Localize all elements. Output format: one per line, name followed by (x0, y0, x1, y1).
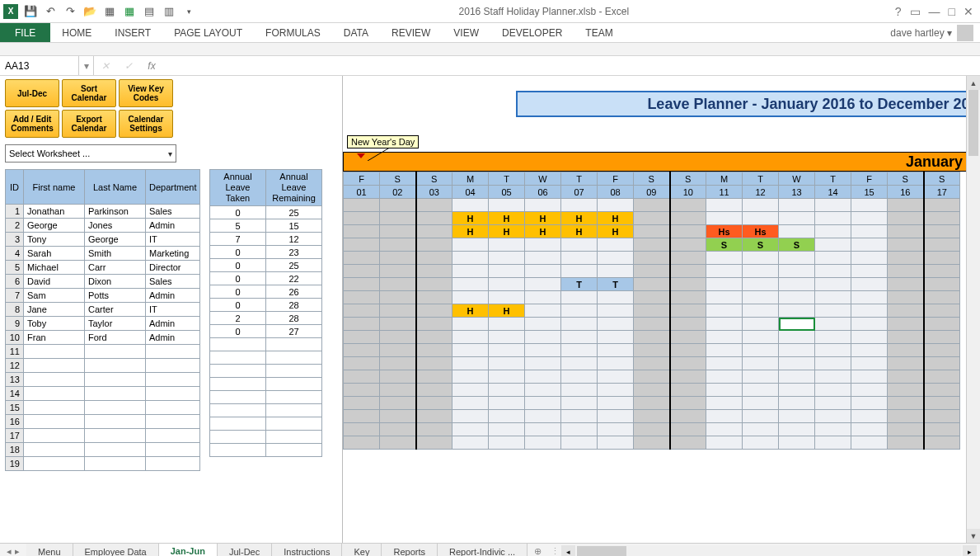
dow-header[interactable]: F (598, 172, 634, 186)
calendar-cell[interactable] (452, 410, 489, 423)
calendar-cell[interactable] (380, 370, 416, 384)
leave-row[interactable]: 228 (210, 312, 322, 325)
calendar-cell[interactable] (416, 331, 452, 344)
calendar-cell[interactable] (489, 318, 525, 331)
calendar-cell[interactable] (525, 410, 561, 423)
empty-leave-row[interactable] (210, 365, 322, 378)
calendar-cell[interactable] (779, 370, 815, 384)
calendar-cell[interactable] (706, 318, 743, 331)
calendar-cell[interactable] (344, 423, 380, 436)
calendar-cell[interactable] (452, 278, 489, 291)
calendar-cell[interactable] (598, 384, 634, 397)
macro-btn-add-edit-comments[interactable]: Add / Edit Comments (5, 110, 59, 138)
enter-formula-icon[interactable]: ✓ (117, 56, 140, 75)
calendar-cell[interactable] (851, 291, 888, 304)
calendar-cell[interactable] (380, 238, 416, 252)
calendar-cell[interactable] (344, 238, 380, 252)
calendar-cell[interactable] (598, 199, 634, 212)
calendar-cell[interactable] (706, 370, 743, 384)
empty-row[interactable]: 18 (6, 443, 200, 457)
calendar-cell[interactable] (815, 278, 851, 291)
qat-icon-7[interactable]: ▤ (142, 4, 157, 19)
calendar-row[interactable] (344, 357, 960, 370)
calendar-cell[interactable]: Hs (706, 225, 743, 238)
sheet-nav-prev-icon[interactable]: ▸ (15, 546, 20, 556)
calendar-cell[interactable] (924, 212, 960, 225)
calendar-cell[interactable] (706, 423, 743, 436)
calendar-cell[interactable] (779, 318, 815, 331)
calendar-cell[interactable] (489, 384, 525, 397)
calendar-row[interactable]: HHHHHHsHs (344, 225, 960, 238)
calendar-cell[interactable] (416, 384, 452, 397)
calendar-cell[interactable] (416, 238, 452, 252)
calendar-cell[interactable] (743, 410, 779, 423)
calendar-cell[interactable] (634, 370, 670, 384)
date-header[interactable]: 04 (452, 186, 489, 199)
calendar-cell[interactable] (344, 278, 380, 291)
employee-row[interactable]: 8JaneCarterIT (6, 303, 200, 317)
calendar-cell[interactable] (670, 318, 706, 331)
calendar-cell[interactable]: H (598, 212, 634, 225)
empty-leave-row[interactable] (210, 444, 322, 457)
dow-header[interactable]: T (489, 172, 525, 186)
scroll-up-icon[interactable]: ▲ (967, 76, 980, 90)
calendar-cell[interactable] (706, 344, 743, 357)
qat-icon-5[interactable]: ▦ (102, 4, 117, 19)
date-header[interactable]: 08 (598, 186, 634, 199)
calendar-cell[interactable] (924, 344, 960, 357)
calendar-cell[interactable] (670, 423, 706, 436)
calendar-cell[interactable] (344, 331, 380, 344)
calendar-cell[interactable] (416, 397, 452, 410)
calendar-cell[interactable] (851, 370, 888, 384)
calendar-cell[interactable] (525, 318, 561, 331)
calendar-cell[interactable] (706, 199, 743, 212)
calendar-cell[interactable] (924, 423, 960, 436)
calendar-cell[interactable] (452, 252, 489, 265)
date-header[interactable]: 16 (888, 186, 924, 199)
qat-icon-8[interactable]: ▥ (162, 4, 176, 19)
calendar-cell[interactable] (815, 225, 851, 238)
calendar-cell[interactable] (851, 410, 888, 423)
col-leave-taken[interactable]: Annual Leave Taken (210, 170, 266, 206)
calendar-cell[interactable] (706, 384, 743, 397)
col-leave-remaining[interactable]: Annual Leave Remaining (266, 170, 322, 206)
calendar-cell[interactable] (779, 199, 815, 212)
calendar-cell[interactable] (561, 199, 598, 212)
calendar-cell[interactable] (489, 199, 525, 212)
calendar-cell[interactable] (380, 252, 416, 265)
calendar-cell[interactable] (851, 331, 888, 344)
calendar-cell[interactable] (851, 436, 888, 450)
date-header[interactable]: 11 (706, 186, 743, 199)
worksheet-selector[interactable]: Select Worksheet ... ▾ (5, 144, 176, 163)
calendar-cell[interactable] (851, 238, 888, 252)
leave-row[interactable]: 515 (210, 219, 322, 233)
calendar-cell[interactable] (888, 370, 924, 384)
calendar-cell[interactable]: H (452, 304, 489, 318)
calendar-cell[interactable] (416, 318, 452, 331)
calendar-cell[interactable] (888, 436, 924, 450)
calendar-cell[interactable] (561, 357, 598, 370)
calendar-cell[interactable] (634, 304, 670, 318)
calendar-cell[interactable] (634, 410, 670, 423)
calendar-cell[interactable] (489, 370, 525, 384)
calendar-cell[interactable] (779, 423, 815, 436)
calendar-cell[interactable]: T (598, 278, 634, 291)
employee-row[interactable]: 6DavidDixonSales (6, 275, 200, 289)
calendar-cell[interactable] (416, 199, 452, 212)
calendar-cell[interactable] (344, 212, 380, 225)
calendar-cell[interactable] (634, 384, 670, 397)
calendar-cell[interactable] (851, 252, 888, 265)
calendar-cell[interactable] (561, 410, 598, 423)
calendar-cell[interactable] (888, 318, 924, 331)
calendar-cell[interactable] (670, 265, 706, 278)
calendar-cell[interactable]: H (561, 225, 598, 238)
calendar-cell[interactable] (670, 410, 706, 423)
calendar-cell[interactable]: H (489, 212, 525, 225)
calendar-cell[interactable] (851, 423, 888, 436)
fx-icon[interactable]: fx (140, 56, 163, 75)
calendar-cell[interactable] (634, 265, 670, 278)
calendar-cell[interactable] (743, 304, 779, 318)
calendar-cell[interactable] (706, 397, 743, 410)
dow-header[interactable]: M (452, 172, 489, 186)
calendar-cell[interactable] (380, 278, 416, 291)
